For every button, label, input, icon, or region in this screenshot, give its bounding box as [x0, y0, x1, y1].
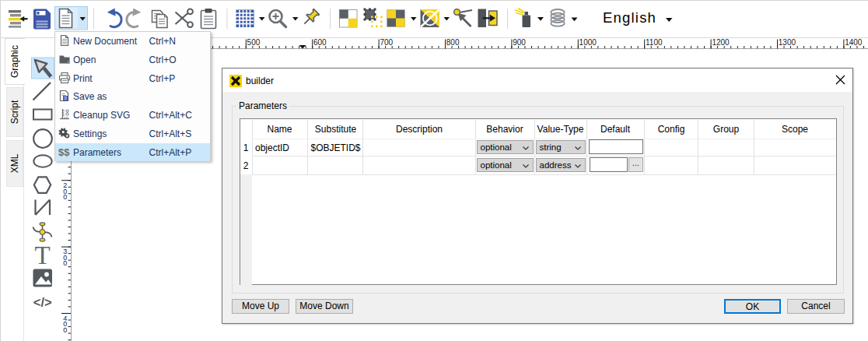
- svg-text:1400: 1400: [845, 38, 863, 47]
- svg-text:1300: 1300: [779, 38, 796, 47]
- svg-text:800: 800: [446, 38, 460, 47]
- svg-text:600: 600: [313, 38, 327, 47]
- svg-text:0: 0: [63, 193, 67, 201]
- svg-text:0: 0: [63, 259, 67, 267]
- svg-text:T: T: [34, 241, 50, 269]
- svg-text:900: 900: [513, 38, 526, 47]
- svg-text:500: 500: [247, 38, 261, 47]
- svg-text:700: 700: [380, 38, 393, 47]
- svg-text:1000: 1000: [579, 38, 597, 47]
- svg-text:1100: 1100: [646, 38, 663, 47]
- svg-text:0: 0: [63, 326, 67, 334]
- svg-text:1200: 1200: [712, 38, 730, 47]
- svg-text:</>: </>: [33, 295, 52, 309]
